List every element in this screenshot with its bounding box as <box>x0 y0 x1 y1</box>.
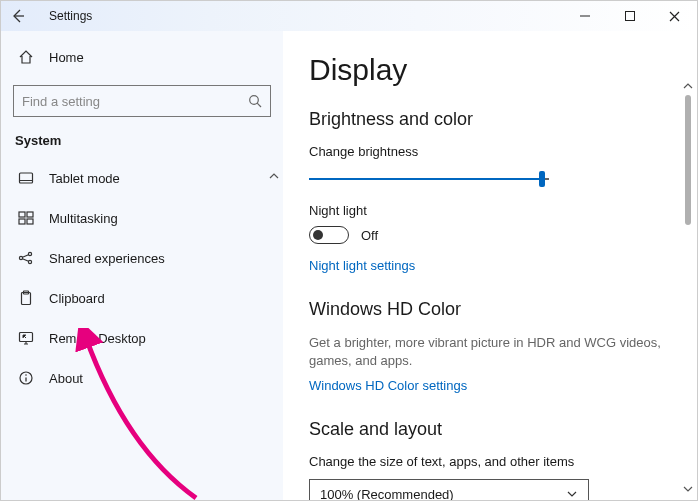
search-input[interactable] <box>22 94 248 109</box>
search-icon <box>248 94 262 108</box>
night-light-state: Off <box>361 228 378 243</box>
night-light-toggle[interactable] <box>309 226 349 244</box>
sidebar-item-label: Remote Desktop <box>49 331 146 346</box>
home-icon <box>17 48 35 66</box>
sidebar-item-remote-desktop[interactable]: Remote Desktop <box>1 318 283 358</box>
svg-point-9 <box>28 260 31 263</box>
scale-size-dropdown[interactable]: 100% (Recommended) <box>309 479 589 500</box>
page-title: Display <box>309 53 671 87</box>
home-nav[interactable]: Home <box>1 37 283 77</box>
svg-rect-2 <box>20 173 33 183</box>
svg-point-14 <box>25 374 27 376</box>
brightness-heading: Brightness and color <box>309 109 671 130</box>
scrollbar-thumb[interactable] <box>685 95 691 225</box>
svg-rect-12 <box>20 333 33 342</box>
scroll-down-button[interactable] <box>683 484 693 498</box>
home-label: Home <box>49 50 84 65</box>
sidebar-item-tablet-mode[interactable]: Tablet mode <box>1 158 283 198</box>
sidebar-item-label: About <box>49 371 83 386</box>
svg-point-8 <box>28 252 31 255</box>
svg-rect-3 <box>19 212 25 217</box>
hd-color-settings-link[interactable]: Windows HD Color settings <box>309 378 467 393</box>
brightness-slider[interactable] <box>309 169 549 189</box>
maximize-button[interactable] <box>607 1 652 31</box>
sidebar-item-label: Tablet mode <box>49 171 120 186</box>
svg-point-1 <box>250 96 259 105</box>
svg-rect-0 <box>625 12 634 21</box>
sidebar-item-multitasking[interactable]: Multitasking <box>1 198 283 238</box>
clipboard-icon <box>17 289 35 307</box>
shared-icon <box>17 249 35 267</box>
sidebar-item-label: Clipboard <box>49 291 105 306</box>
chevron-down-icon <box>566 488 578 500</box>
slider-thumb[interactable] <box>539 171 545 187</box>
category-heading: System <box>1 127 283 158</box>
svg-rect-6 <box>27 219 33 224</box>
minimize-button[interactable] <box>562 1 607 31</box>
back-button[interactable] <box>1 1 35 31</box>
change-brightness-label: Change brightness <box>309 144 671 159</box>
search-input-wrap[interactable] <box>13 85 271 117</box>
svg-point-7 <box>19 256 22 259</box>
remote-desktop-icon <box>17 329 35 347</box>
scale-size-label: Change the size of text, apps, and other… <box>309 454 671 469</box>
night-light-settings-link[interactable]: Night light settings <box>309 258 415 273</box>
window-title: Settings <box>35 9 92 23</box>
svg-rect-5 <box>19 219 25 224</box>
multitasking-icon <box>17 209 35 227</box>
sidebar-item-clipboard[interactable]: Clipboard <box>1 278 283 318</box>
hd-color-desc: Get a brighter, more vibrant picture in … <box>309 334 669 370</box>
sidebar-item-label: Shared experiences <box>49 251 165 266</box>
svg-rect-4 <box>27 212 33 217</box>
scale-heading: Scale and layout <box>309 419 671 440</box>
scroll-up-button[interactable] <box>683 81 693 95</box>
sidebar-item-about[interactable]: About <box>1 358 283 398</box>
info-icon <box>17 369 35 387</box>
sidebar-item-shared-experiences[interactable]: Shared experiences <box>1 238 283 278</box>
hd-color-heading: Windows HD Color <box>309 299 671 320</box>
tablet-icon <box>17 169 35 187</box>
scale-size-value: 100% (Recommended) <box>320 487 454 500</box>
sidebar-item-label: Multitasking <box>49 211 118 226</box>
close-button[interactable] <box>652 1 697 31</box>
night-light-label: Night light <box>309 203 671 218</box>
